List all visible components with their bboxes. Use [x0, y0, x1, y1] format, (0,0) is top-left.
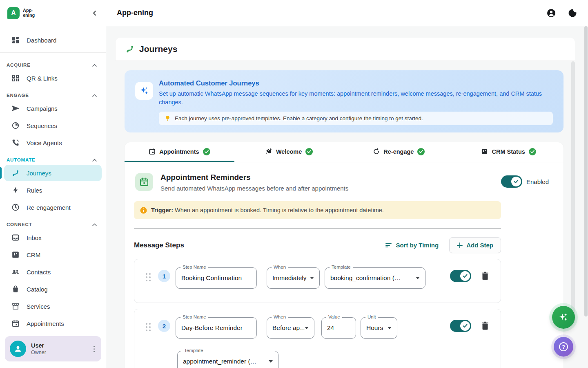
topbar: App-ening: [106, 0, 588, 26]
refresh-icon: [373, 148, 380, 155]
toggle-check-icon: [511, 177, 521, 186]
journeys-panel: Appointments Welcome Re-engage: [125, 142, 564, 368]
account-icon[interactable]: [546, 8, 556, 18]
tab-label: Re-engage: [383, 148, 414, 155]
template-select[interactable]: Template booking_confirmation (…: [325, 267, 425, 289]
when-select[interactable]: When Before ap…: [267, 317, 314, 339]
sidebar-section-acquire[interactable]: ACQUIRE: [0, 57, 106, 69]
sidebar-divider: [0, 52, 106, 53]
delete-step-icon[interactable]: [481, 272, 489, 280]
sidebar-item-qr-links[interactable]: QR & Links: [4, 70, 102, 86]
user-menu-icon[interactable]: [91, 343, 97, 355]
trigger-label: Trigger:: [151, 207, 173, 213]
chevron-down-icon: [416, 277, 420, 279]
calendar-icon: [11, 319, 20, 328]
dark-mode-moon-icon[interactable]: [568, 8, 577, 18]
route-icon: [11, 169, 20, 177]
people-icon: [11, 268, 20, 276]
step-number-badge: 2: [158, 320, 170, 332]
sidebar-item-label: Rules: [27, 187, 42, 194]
user-card[interactable]: User Owner: [5, 336, 101, 361]
template-select[interactable]: Template appointment_reminder (…: [177, 351, 278, 368]
tab-appointments[interactable]: Appointments: [125, 142, 234, 162]
step-name-field[interactable]: Step Name Day-Before Reminder: [176, 317, 257, 339]
ai-assistant-fab[interactable]: [552, 306, 575, 329]
chevron-up-icon: [92, 64, 97, 67]
check-circle-icon: [529, 148, 536, 155]
step-name-field[interactable]: Step Name Booking Confirmation: [176, 267, 257, 289]
sidebar-item-contacts[interactable]: Contacts: [4, 264, 102, 280]
store-icon: [11, 302, 20, 310]
calendar-icon: [135, 173, 153, 191]
add-step-button[interactable]: Add Step: [449, 237, 501, 253]
value-field[interactable]: Value 24: [321, 317, 356, 339]
sort-by-timing-button[interactable]: Sort by Timing: [385, 242, 439, 249]
sidebar-item-voice-agents[interactable]: Voice Agents: [4, 135, 102, 151]
active-indicator: [0, 167, 2, 179]
field-label: Value: [326, 314, 342, 319]
sidebar-item-catalog[interactable]: Catalog: [4, 281, 102, 297]
journeys-info-banner: Automated Customer Journeys Set up autom…: [125, 70, 564, 132]
tab-label: Appointments: [159, 148, 199, 155]
sidebar-item-re-engagement[interactable]: Re-engagement: [4, 199, 102, 215]
section-title: ENGAGE: [7, 93, 29, 98]
tab-crm-status[interactable]: CRM Status: [454, 142, 564, 162]
sidebar-item-sequences[interactable]: Sequences: [4, 117, 102, 134]
help-fab[interactable]: ?: [554, 337, 573, 357]
calendar-icon: [149, 148, 156, 155]
sidebar-item-inbox[interactable]: Inbox: [4, 229, 102, 246]
field-label: Unit: [365, 314, 378, 319]
sidebar-section-automate[interactable]: AUTOMATE: [0, 152, 106, 164]
bag-icon: [11, 285, 20, 293]
inbox-icon: [11, 233, 20, 242]
banner-tip: Each journey uses pre-approved templates…: [159, 112, 553, 125]
sidebar-item-services[interactable]: Services: [4, 298, 102, 314]
check-circle-icon: [417, 148, 425, 155]
sidebar-collapse-icon[interactable]: [90, 9, 99, 18]
sidebar-item-rules[interactable]: Rules: [4, 182, 102, 198]
window-scrollbar[interactable]: [584, 26, 588, 316]
drag-handle-icon[interactable]: [146, 273, 151, 281]
content-scrollbar[interactable]: [571, 61, 575, 323]
tab-label: CRM Status: [492, 148, 525, 155]
when-select[interactable]: When Immediately: [267, 267, 320, 289]
app-logo[interactable]: A App- ening: [7, 7, 35, 19]
sidebar-item-journeys[interactable]: Journeys: [4, 165, 102, 181]
sidebar-item-label: Inbox: [27, 234, 42, 241]
trigger-text: Trigger: When an appointment is booked. …: [151, 207, 384, 213]
section-title: CONNECT: [7, 222, 32, 227]
step-enabled-toggle[interactable]: [450, 270, 471, 282]
check-circle-icon: [305, 148, 313, 155]
user-avatar: [10, 341, 26, 357]
field-value: 24: [327, 324, 334, 332]
sidebar-item-label: Voice Agents: [27, 139, 62, 146]
sidebar-section-engage[interactable]: ENGAGE: [0, 87, 106, 99]
send-icon: [11, 104, 20, 112]
journey-enabled-toggle[interactable]: [501, 175, 522, 188]
sidebar-item-crm[interactable]: CRM: [4, 247, 102, 263]
sidebar-section-connect[interactable]: CONNECT: [0, 216, 106, 229]
delete-step-icon[interactable]: [481, 321, 489, 330]
field-value: Booking Confirmation: [181, 274, 242, 282]
wave-hand-icon: [265, 148, 272, 155]
logo-line-1: App-: [23, 8, 35, 13]
journey-section-text: Appointment Reminders Send automated Wha…: [160, 173, 348, 192]
sidebar-item-label: CRM: [27, 251, 40, 258]
message-steps-toolbar: Message Steps Sort by Timing Add Step: [134, 237, 501, 253]
step-enabled-toggle[interactable]: [450, 320, 471, 332]
trigger-body: When an appointment is booked. Timing is…: [175, 207, 384, 213]
step-number-badge: 1: [158, 270, 170, 282]
sidebar-item-dashboard[interactable]: Dashboard: [4, 32, 102, 48]
sidebar-item-campaigns[interactable]: Campaigns: [4, 100, 102, 117]
logo-icon: A: [7, 7, 20, 19]
tab-welcome[interactable]: Welcome: [234, 142, 344, 162]
main-content: Journeys Automated Customer Journeys Set…: [106, 26, 588, 368]
topbar-title: App-ening: [117, 9, 153, 17]
unit-select[interactable]: Unit Hours: [361, 317, 397, 339]
sidebar-item-appointments[interactable]: Appointments: [4, 315, 102, 332]
tab-re-engage[interactable]: Re-engage: [344, 142, 454, 162]
sidebar-item-label: Catalog: [27, 286, 48, 293]
banner-title: Automated Customer Journeys: [159, 79, 259, 87]
drag-handle-icon[interactable]: [146, 323, 151, 331]
field-value: Day-Before Reminder: [181, 324, 243, 332]
